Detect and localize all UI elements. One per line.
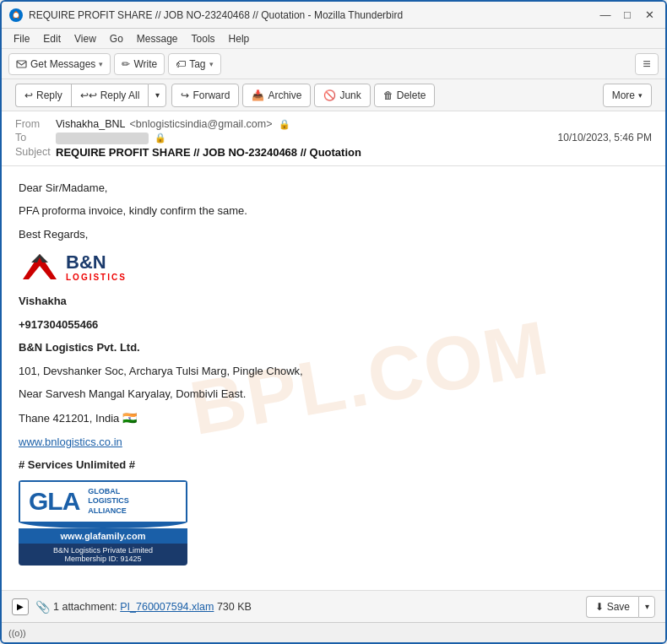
menu-view[interactable]: View [69,31,101,46]
email-header: From Vishakha_BNL <bnlogisticsindia@gmai… [2,111,665,166]
reply-icon: ↩ [24,89,33,101]
reply-all-label: Reply All [100,89,140,101]
address-line-2: Near Sarvesh Mangal Karyalay, Dombivli E… [19,386,648,403]
gla-letters: GLA [29,489,79,514]
gla-top: GLA GLOBAL LOGISTICS ALLIANCE [19,480,187,522]
menu-go[interactable]: Go [105,31,128,46]
svg-rect-2 [17,61,26,68]
to-row: To 🔒 10/10/2023, 5:46 PM [15,132,652,144]
attachment-toggle-button[interactable]: ▶ [12,598,29,615]
bn-logo-text: B&N LOGISTICS [66,252,127,282]
tag-icon: 🏷 [176,58,186,70]
recipient-lock-icon: 🔒 [155,133,166,143]
gla-banner: GLA GLOBAL LOGISTICS ALLIANCE www.glafam… [19,480,187,566]
archive-button[interactable]: 📥 Archive [242,84,311,107]
from-row: From Vishakha_BNL <bnlogisticsindia@gmai… [15,118,652,130]
from-value: Vishakha_BNL <bnlogisticsindia@gmail.com… [56,118,652,130]
save-label: Save [607,601,630,613]
window-title: REQUIRE PROFIT SHARE // JOB NO-23240468 … [29,9,596,21]
gla-full-2: LOGISTICS [88,496,129,506]
subject-value: REQUIRE PROFIT SHARE // JOB NO-23240468 … [56,146,361,159]
attachment-size: 730 KB [217,601,252,613]
menu-message[interactable]: Message [132,31,183,46]
email-content: Dear Sir/Madame, PFA proforma invoice, k… [19,180,648,566]
write-button[interactable]: ✏ Write [114,53,165,75]
sender-phone: +917304055466 [19,317,648,333]
bn-logo-svg [19,247,61,286]
attachment-bar: ▶ 📎 1 attachment: PI_760007594.xlam 730 … [2,590,665,622]
website-link[interactable]: www.bnlogistics.co.in [19,436,122,448]
junk-button[interactable]: 🚫 Junk [314,84,370,107]
email-body: BPL.COM Dear Sir/Madame, PFA proforma in… [2,166,665,590]
gla-full-3: ALLIANCE [88,506,129,517]
company-name: B&N Logistics Pvt. Ltd. [19,339,648,356]
menu-tools[interactable]: Tools [187,31,220,46]
gla-membership-id: Membership ID: 91425 [21,555,185,563]
save-button[interactable]: ⬇ Save [586,596,638,618]
services-tag: # Services Unlimited # [19,457,648,474]
forward-button[interactable]: ↪ Forward [171,84,239,107]
india-flag: 🇮🇳 [122,411,137,425]
delete-button[interactable]: 🗑 Delete [374,84,436,107]
toolbar: Get Messages ▾ ✏ Write 🏷 Tag ▾ ≡ [2,49,665,79]
forward-label: Forward [193,89,230,101]
maximize-button[interactable]: □ [618,6,637,24]
save-icon: ⬇ [595,601,604,613]
attachment-info: 1 attachment: PI_760007594.xlam 730 KB [53,601,252,613]
get-messages-dropdown[interactable]: ▾ [99,60,103,68]
write-label: Write [133,58,157,70]
menu-edit[interactable]: Edit [38,31,66,46]
address3-text: Thane 421201, India [19,412,122,425]
tag-dropdown-icon: ▾ [209,60,214,68]
svg-marker-3 [23,254,57,279]
gla-arc [19,522,187,528]
reply-all-button[interactable]: ↩↩ Reply All [71,84,149,107]
save-dropdown-button[interactable]: ▾ [638,596,655,618]
bn-logo: B&N LOGISTICS [19,247,648,286]
subject-row: Subject REQUIRE PROFIT SHARE // JOB NO-2… [15,146,652,159]
reply-button[interactable]: ↩ Reply [15,84,71,107]
reply-all-icon: ↩↩ [80,89,97,101]
bn-logo-mark [19,247,61,286]
attachment-filename[interactable]: PI_760007594.xlam [120,601,214,613]
titlebar: REQUIRE PROFIT SHARE // JOB NO-23240468 … [2,2,665,29]
wifi-icon: ((o)) [8,628,26,638]
reply-dropdown-button[interactable]: ▾ [148,84,166,107]
greeting: Dear Sir/Madame, [19,180,648,197]
sender-email: <bnlogisticsindia@gmail.com> [130,118,273,130]
minimize-button[interactable]: — [596,6,615,24]
gla-membership-name: B&N Logistics Private Limited [21,546,185,555]
sender-display-name: Vishakha_BNL [56,118,125,130]
statusbar: ((o)) [2,622,665,642]
subject-label: Subject [15,146,56,158]
tag-label: Tag [189,58,205,70]
body-line1: PFA proforma invoice, kindly confirm the… [19,203,648,219]
pencil-icon: ✏ [122,58,130,70]
gla-membership: B&N Logistics Private Limited Membership… [19,544,187,566]
get-messages-button[interactable]: Get Messages ▾ [8,53,111,75]
forward-icon: ↪ [181,89,189,101]
email-date: 10/10/2023, 5:46 PM [558,132,652,143]
address-line-1: 101, Devshanker Soc, Archarya Tulsi Marg… [19,363,648,380]
app-icon [8,8,24,23]
envelope-icon [16,58,27,69]
recipient-blurred [56,133,149,144]
lock-icon: 🔒 [279,119,290,129]
more-dropdown-icon: ▾ [638,91,643,100]
junk-label: Junk [339,89,361,101]
gla-full-name: GLOBAL LOGISTICS ALLIANCE [88,487,129,517]
menu-file[interactable]: File [8,31,35,46]
window-controls: — □ ✕ [596,6,659,24]
best-regards: Best Regards, [19,226,648,243]
main-window: REQUIRE PROFIT SHARE // JOB NO-23240468 … [0,0,667,644]
menu-help[interactable]: Help [224,31,255,46]
bn-company-name: B&N [66,252,127,273]
tag-button[interactable]: 🏷 Tag ▾ [168,53,220,75]
action-bar: ↩ Reply ↩↩ Reply All ▾ ↪ Forward 📥 Archi… [2,79,665,111]
more-button[interactable]: More ▾ [603,84,652,107]
close-button[interactable]: ✕ [640,6,659,24]
svg-point-1 [14,13,19,18]
hamburger-menu-button[interactable]: ≡ [635,53,659,75]
reply-label: Reply [36,89,62,101]
archive-label: Archive [268,89,301,101]
